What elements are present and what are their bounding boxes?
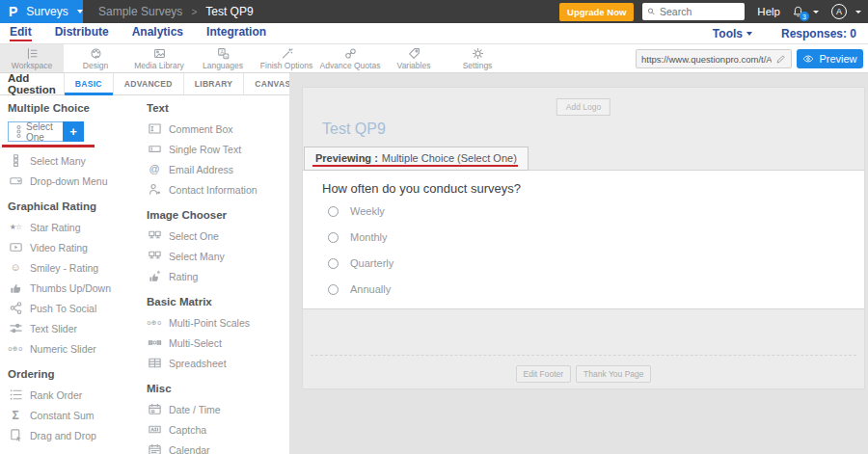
tab-library[interactable]: LIBRARY xyxy=(183,73,244,94)
toolbar-item-workspace[interactable]: Workspace xyxy=(0,44,64,72)
survey-title[interactable]: Test QP9 xyxy=(322,120,386,138)
question-type-image-select-many[interactable]: Select Many xyxy=(147,249,287,263)
question-type-smiley-rating[interactable]: ☺ Smiley - Rating xyxy=(8,260,141,275)
nav-tab-analytics[interactable]: Analytics xyxy=(132,25,183,41)
notifications-button[interactable]: 3 xyxy=(792,5,804,18)
answer-option-annually[interactable]: Annually xyxy=(328,283,391,295)
chevron-down-icon[interactable] xyxy=(813,11,819,13)
search-box[interactable] xyxy=(642,3,745,20)
toolbar-item-finish-options[interactable]: Finish Options xyxy=(255,44,318,72)
translate-icon: Aa xyxy=(217,47,230,60)
top-bar: P Surveys Sample Surveys > Test QP9 Upgr… xyxy=(0,0,868,23)
question-type-constant-sum[interactable]: Σ Constant Sum xyxy=(8,408,141,422)
question-type-image-select-one[interactable]: Select One xyxy=(147,228,287,243)
canvas-footer-buttons: Edit Footer Thank You Page xyxy=(303,365,864,383)
surveys-menu[interactable]: P Surveys xyxy=(0,0,83,23)
question-type-image-rating[interactable]: ★ Rating xyxy=(147,269,287,283)
tab-advanced[interactable]: ADVANCED xyxy=(113,73,183,94)
palette-icon xyxy=(90,47,102,60)
tab-basic[interactable]: BASIC xyxy=(64,73,113,94)
main-nav: Edit Distribute Analytics Integration To… xyxy=(0,23,868,44)
toolbar-item-variables[interactable]: Variables xyxy=(382,44,446,72)
captcha-icon xyxy=(147,422,162,438)
question-type-multi-select[interactable]: Multi-Select xyxy=(147,335,287,350)
question-type-calendar[interactable]: Calendar xyxy=(147,442,287,454)
question-type-captcha[interactable]: Captcha xyxy=(147,422,287,437)
links-icon xyxy=(344,47,357,60)
tools-dropdown[interactable]: Tools xyxy=(713,27,752,40)
radio-button[interactable] xyxy=(328,258,339,269)
workspace-icon xyxy=(26,47,39,60)
select-one-item[interactable]: Select One + xyxy=(8,121,84,142)
toolbar-item-media-library[interactable]: Media Library xyxy=(127,44,191,72)
question-type-date-time[interactable]: Date / Time xyxy=(147,402,287,416)
toolbar-item-design[interactable]: Design xyxy=(64,44,127,72)
responses-count[interactable]: Responses: 0 xyxy=(781,27,856,40)
radio-button[interactable] xyxy=(328,284,339,295)
question-type-email-address[interactable]: @ Email Address xyxy=(147,162,287,176)
question-type-push-to-social[interactable]: Push To Social xyxy=(8,301,141,315)
toolbar-item-languages[interactable]: Aa Languages xyxy=(191,44,255,72)
previewing-tab: Previewing : Multiple Choice (Select One… xyxy=(304,147,529,171)
upgrade-now-button[interactable]: Upgrade Now xyxy=(559,3,634,21)
help-link[interactable]: Help xyxy=(757,6,780,17)
nav-tab-edit[interactable]: Edit xyxy=(10,25,32,41)
survey-url-input[interactable] xyxy=(641,54,772,65)
question-preview-card: How often do you conduct surveys? Weekly… xyxy=(303,170,864,309)
panel-header: Add Question BASIC ADVANCED LIBRARY CANV… xyxy=(0,73,289,95)
question-type-contact-information[interactable]: Contact Information xyxy=(147,182,287,197)
annotation-underline xyxy=(312,165,518,168)
stars-icon: ★☆ xyxy=(8,220,23,235)
breadcrumb: Sample Surveys > Test QP9 xyxy=(98,5,254,18)
question-type-text-slider[interactable]: Text Slider xyxy=(8,321,141,335)
question-type-dropdown-menu[interactable]: Drop-down Menu xyxy=(8,174,141,188)
image-pair-icon xyxy=(147,228,162,244)
toolbar-item-settings[interactable]: Settings xyxy=(446,44,509,72)
gear-icon xyxy=(472,47,484,60)
panel-title: Add Question xyxy=(0,73,64,94)
add-question-panel: Add Question BASIC ADVANCED LIBRARY CANV… xyxy=(0,73,289,454)
question-type-select-many[interactable]: Select Many xyxy=(8,153,141,168)
thank-you-page-button[interactable]: Thank You Page xyxy=(576,365,651,383)
date-time-icon xyxy=(147,402,162,417)
question-type-rank-order[interactable]: Rank Order xyxy=(8,387,141,402)
toolbar-item-advance-quotas[interactable]: Advance Quotas xyxy=(318,44,382,72)
preview-button[interactable]: Preview xyxy=(797,49,863,68)
questionpro-logo: P xyxy=(9,5,17,19)
question-type-comment-box[interactable]: Comment Box xyxy=(147,121,287,136)
single-row-text-icon xyxy=(147,142,162,157)
notification-count-badge: 3 xyxy=(800,12,809,21)
previewing-value: Multiple Choice (Select One) xyxy=(382,152,517,164)
section-title: Multiple Choice xyxy=(8,102,141,115)
multi-select-icon xyxy=(147,335,162,351)
sigma-icon: Σ xyxy=(8,408,23,423)
answer-option-quarterly[interactable]: Quarterly xyxy=(328,257,393,269)
breadcrumb-parent[interactable]: Sample Surveys xyxy=(98,5,182,18)
answer-option-monthly[interactable]: Monthly xyxy=(328,231,388,243)
question-type-video-rating[interactable]: Video Rating xyxy=(8,240,141,254)
avatar[interactable]: A xyxy=(831,4,847,19)
add-question-plus-button[interactable]: + xyxy=(63,121,84,142)
question-type-single-row-text[interactable]: Single Row Text xyxy=(147,142,287,156)
pencil-icon[interactable] xyxy=(775,54,786,65)
radio-button[interactable] xyxy=(328,206,339,217)
radio-button[interactable] xyxy=(328,232,339,243)
nav-tab-distribute[interactable]: Distribute xyxy=(55,25,109,41)
add-logo-button[interactable]: Add Logo xyxy=(556,98,610,116)
question-type-spreadsheet[interactable]: Spreadsheet xyxy=(147,356,287,370)
question-type-drag-and-drop[interactable]: Drag and Drop xyxy=(8,428,141,442)
numeric-slider-icon: o⊕o xyxy=(8,341,23,357)
question-type-multi-point-scales[interactable]: o⊕o Multi-Point Scales xyxy=(147,315,287,330)
chevron-down-icon[interactable] xyxy=(855,11,861,13)
nav-tab-integration[interactable]: Integration xyxy=(206,25,266,41)
question-type-star-rating[interactable]: ★☆ Star Rating xyxy=(8,220,141,234)
question-type-thumbs-up-down[interactable]: Thumbs Up/Down xyxy=(8,280,141,295)
search-input[interactable] xyxy=(660,6,740,17)
breadcrumb-current: Test QP9 xyxy=(205,5,253,18)
answer-option-weekly[interactable]: Weekly xyxy=(328,205,385,217)
edit-footer-button[interactable]: Edit Footer xyxy=(516,365,572,383)
question-type-numeric-slider[interactable]: o⊕o Numeric Slider xyxy=(8,341,141,356)
section-title: Graphical Rating xyxy=(8,200,141,213)
chevron-down-icon xyxy=(746,32,752,36)
text-slider-icon xyxy=(8,321,23,336)
